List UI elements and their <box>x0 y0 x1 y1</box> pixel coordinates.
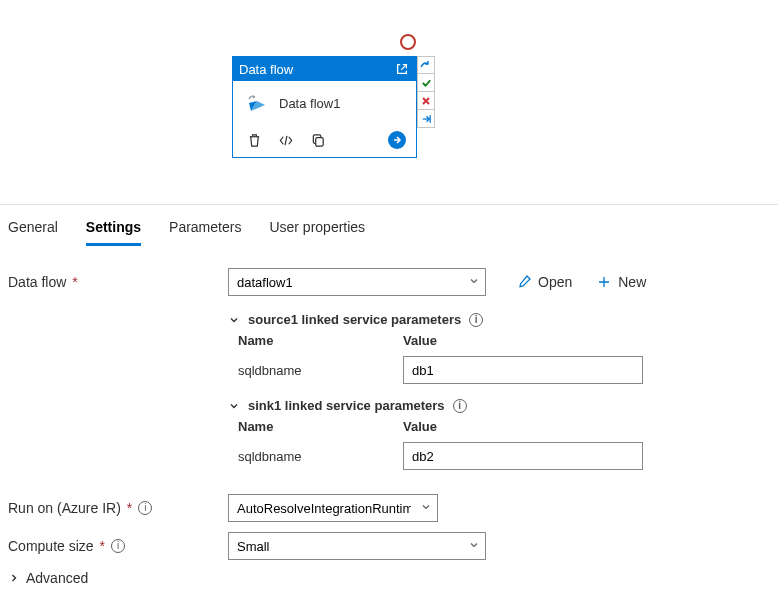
section-sink1-title: sink1 linked service parameters <box>248 398 445 413</box>
section-source1-row0: sqldbname <box>238 356 770 384</box>
dataflow-select[interactable] <box>228 268 486 296</box>
row-runon: Run on (Azure IR) * i <box>8 494 770 522</box>
tab-settings[interactable]: Settings <box>86 215 141 246</box>
advanced-label: Advanced <box>26 570 88 586</box>
validation-ring-icon <box>400 34 416 50</box>
svg-rect-1 <box>315 137 323 145</box>
open-button[interactable]: Open <box>516 274 572 290</box>
row-sections: source1 linked service parameters i Name… <box>8 306 770 484</box>
new-button[interactable]: New <box>596 274 646 290</box>
label-dataflow-text: Data flow <box>8 274 66 290</box>
section-sink1-head: Name Value <box>238 419 770 434</box>
runon-select-input[interactable] <box>228 494 438 522</box>
col-value-header: Value <box>403 419 437 434</box>
field-dataflow: Open New <box>228 268 770 296</box>
open-button-label: Open <box>538 274 572 290</box>
section-source1: source1 linked service parameters i Name… <box>228 312 770 384</box>
node-body-text: Data flow1 <box>279 96 340 111</box>
activity-node-wrap: Data flow Data flow1 <box>232 56 435 158</box>
tabs: General Settings Parameters User propert… <box>0 215 778 246</box>
side-btn-1[interactable] <box>417 56 435 74</box>
dataflow-select-input[interactable] <box>228 268 486 296</box>
row-compute: Compute size * i <box>8 532 770 560</box>
section-source1-header[interactable]: source1 linked service parameters i <box>228 312 770 327</box>
required-asterisk: * <box>100 538 105 554</box>
param-value-input[interactable] <box>403 442 643 470</box>
label-compute: Compute size * i <box>8 532 228 554</box>
delete-icon[interactable] <box>245 131 263 149</box>
node-side-buttons <box>417 56 435 128</box>
label-compute-text: Compute size <box>8 538 94 554</box>
section-sink1: sink1 linked service parameters i Name V… <box>228 398 770 470</box>
side-btn-success[interactable] <box>417 74 435 92</box>
param-value-input[interactable] <box>403 356 643 384</box>
side-btn-skip[interactable] <box>417 110 435 128</box>
side-btn-fail[interactable] <box>417 92 435 110</box>
label-runon: Run on (Azure IR) * i <box>8 494 228 516</box>
code-icon[interactable] <box>277 131 295 149</box>
tab-general[interactable]: General <box>8 215 58 246</box>
section-source1-head: Name Value <box>238 333 770 348</box>
param-name: sqldbname <box>238 449 403 464</box>
section-source1-title: source1 linked service parameters <box>248 312 461 327</box>
node-footer <box>233 125 416 157</box>
param-name: sqldbname <box>238 363 403 378</box>
row-dataflow: Data flow * Open <box>8 268 770 296</box>
node-title: Data flow <box>239 62 394 77</box>
compute-select[interactable] <box>228 532 486 560</box>
copy-icon[interactable] <box>309 131 327 149</box>
label-runon-text: Run on (Azure IR) <box>8 500 121 516</box>
settings-form: Data flow * Open <box>0 258 778 586</box>
advanced-toggle[interactable]: Advanced <box>8 570 770 586</box>
open-external-icon[interactable] <box>394 61 410 77</box>
info-icon[interactable]: i <box>469 313 483 327</box>
tab-user-properties[interactable]: User properties <box>269 215 365 246</box>
col-value-header: Value <box>403 333 437 348</box>
new-button-label: New <box>618 274 646 290</box>
section-sink1-header[interactable]: sink1 linked service parameters i <box>228 398 770 413</box>
run-icon[interactable] <box>388 131 406 149</box>
tabs-row: General Settings Parameters User propert… <box>0 204 778 246</box>
compute-select-input[interactable] <box>228 532 486 560</box>
info-icon[interactable]: i <box>138 501 152 515</box>
dataflow-icon <box>245 91 269 115</box>
node-header: Data flow <box>233 57 416 81</box>
tab-parameters[interactable]: Parameters <box>169 215 241 246</box>
info-icon[interactable]: i <box>111 539 125 553</box>
svg-marker-0 <box>253 95 255 99</box>
runon-select[interactable] <box>228 494 438 522</box>
required-asterisk: * <box>72 274 77 290</box>
section-sink1-row0: sqldbname <box>238 442 770 470</box>
node-body: Data flow1 <box>233 81 416 125</box>
dataflow-activity-node[interactable]: Data flow Data flow1 <box>232 56 417 158</box>
required-asterisk: * <box>127 500 132 516</box>
col-name-header: Name <box>238 419 403 434</box>
col-name-header: Name <box>238 333 403 348</box>
info-icon[interactable]: i <box>453 399 467 413</box>
label-dataflow: Data flow * <box>8 268 228 290</box>
